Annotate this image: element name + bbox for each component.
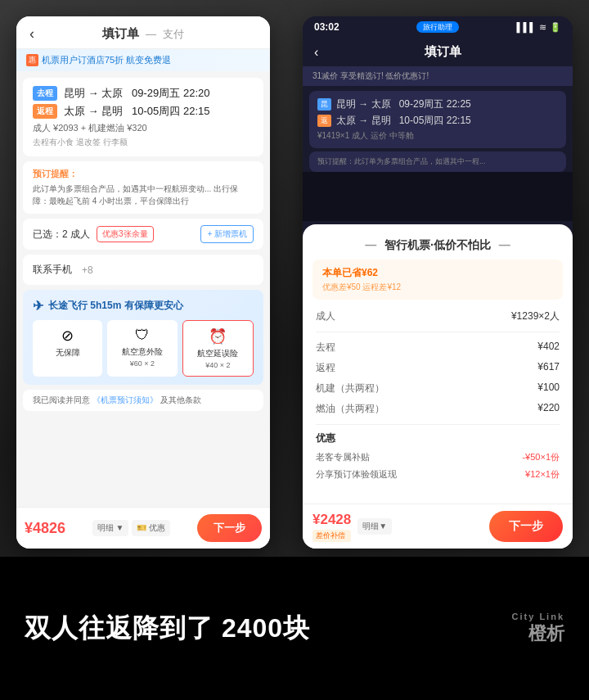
step-divider: — [146, 28, 156, 40]
promo-text: 机票用户订酒店75折 航变免费退 [42, 54, 171, 66]
left-phone-header: ‹ 填订单 — 支付 [16, 16, 270, 49]
title-steps: 填订单 — 支付 [102, 26, 184, 42]
insurance-opt-accident[interactable]: 🛡 航空意外险 ¥60 × 2 [107, 320, 177, 377]
discount-label-1: 老客专属补贴 [316, 451, 370, 463]
popup-deco-left: — [365, 238, 376, 251]
bottom-text-bar: 双人往返降到了 2400块 City Link 橙析 [0, 557, 589, 700]
right-status-bar: 03:02 旅行助理 ▌▌▌ ≋ 🔋 [303, 16, 573, 38]
return-price-row: 返程 ¥617 [316, 358, 560, 378]
insurance-title: ✈ 长途飞行 5h15m 有保障更安心 [33, 298, 254, 314]
right-return-route: 太原 → 昆明 10-05周四 22:15 [336, 114, 471, 128]
outbound-row: 去程 昆明 → 太原 09-29周五 22:20 [33, 86, 254, 101]
right-bottom-bar: ¥2428 差价补偿 明细▼ 下一步 [303, 504, 573, 549]
watermark-text: 橙析 [528, 623, 564, 644]
airport-tax-label: 机建（共两程） [316, 382, 384, 395]
notice-title: 预订提醒： [33, 168, 254, 180]
popup-deco-right: — [499, 238, 510, 251]
right-promo: 31减价 享受精选订! 低价优惠订! [303, 66, 573, 86]
return-row: 返程 太原 → 昆明 10-05周四 22:15 [33, 104, 254, 119]
fuel-tax-value: ¥220 [537, 402, 560, 416]
fuel-tax-row: 燃油（共两程） ¥220 [316, 399, 560, 419]
add-machine-button[interactable]: + 新增票机 [200, 225, 254, 243]
right-outbound-tag: 昆 [317, 98, 331, 111]
flight-price: 成人 ¥2093 + 机建燃油 ¥320 [33, 122, 254, 134]
right-price-sub: ¥1419×1 成人 运价 中等舱 [317, 130, 558, 142]
popup-title: — 智行机票·低价不怕比 — [360, 238, 515, 251]
popup-card: — 智行机票·低价不怕比 — 本单已省¥62 优惠差¥50 运程差¥12 成人 … [303, 224, 573, 549]
status-time: 03:02 [314, 21, 339, 33]
terms-text: 我已阅读并同意 [33, 395, 92, 404]
right-phone: 03:02 旅行助理 ▌▌▌ ≋ 🔋 ‹ 填订单 31减价 享受精选订! 低价优… [303, 16, 573, 549]
terms-suffix: 及其他条款 [160, 395, 201, 404]
insurance-options: ⊘ 无保障 🛡 航空意外险 ¥60 × 2 ⏰ 航空延误险 ¥40 × 2 [33, 320, 254, 377]
right-title: 填订单 [325, 44, 561, 60]
accident-price: ¥60 × 2 [112, 359, 172, 368]
status-icons: ▌▌▌ ≋ 🔋 [517, 22, 561, 33]
discount-label-2: 分享预订体验领返现 [316, 468, 397, 481]
coupon-button[interactable]: 明细 ▼ [92, 520, 129, 536]
discount-value-2: ¥12×1份 [525, 468, 560, 481]
right-total-price: ¥2428 [312, 512, 351, 528]
total-price: ¥4826 [25, 520, 65, 537]
popup-title-text: 智行机票·低价不怕比 [384, 238, 491, 251]
city-link-label: City Link [512, 612, 564, 621]
price-breakdown: 成人 ¥1239×2人 去程 ¥402 返程 ¥617 机建（共两程） ¥100 [303, 306, 573, 483]
popup-header: — 智行机票·低价不怕比 — [303, 224, 573, 260]
right-return-tag: 返 [317, 115, 331, 127]
promo-icon: 惠 [26, 54, 38, 66]
watermark-area: City Link 橙析 [512, 612, 564, 646]
discount-icon[interactable]: 🎫 优惠 [132, 520, 170, 536]
insurance-opt-delay[interactable]: ⏰ 航空延误险 ¥40 × 2 [182, 320, 254, 377]
contact-label: 联系手机 [33, 263, 82, 277]
adult-label: 成人 [316, 309, 335, 323]
divider1 [316, 332, 560, 332]
price-badge: 差价补偿 [312, 530, 351, 542]
right-price-area: ¥2428 差价补偿 [312, 512, 351, 542]
selected-badge[interactable]: 优惠3张余量 [97, 226, 154, 242]
contact-input[interactable] [82, 264, 254, 276]
terms-row: 我已阅读并同意 《机票预订须知》 及其他条款 [23, 390, 263, 411]
flight-extras: 去程有小食 退改签 行李额 [33, 137, 254, 148]
outbound-price-value: ¥402 [537, 341, 560, 355]
right-outbound-route: 昆明 → 太原 09-29周五 22:25 [336, 97, 471, 111]
insurance-opt-none[interactable]: ⊘ 无保障 [33, 320, 102, 377]
right-detail-button[interactable]: 明细▼ [357, 518, 392, 535]
adult-section: 成人 ¥1239×2人 [316, 306, 560, 327]
adult-value: ¥1239×2人 [511, 309, 560, 323]
selected-label: 已选：2 成人 [33, 228, 90, 242]
outbound-route: 昆明 → 太原 09-29周五 22:20 [64, 86, 209, 101]
outbound-tag: 去程 [33, 86, 57, 101]
airport-tax-value: ¥100 [537, 382, 560, 395]
delay-icon: ⏰ [188, 327, 248, 345]
savings-text: 本单已省¥62 [322, 266, 401, 280]
left-back-icon[interactable]: ‹ [29, 25, 34, 43]
right-content-dark: 31减价 享受精选订! 低价优惠订! 昆 昆明 → 太原 09-29周五 22:… [303, 66, 573, 178]
airport-tax-row: 机建（共两程） ¥100 [316, 378, 560, 399]
return-tag: 返程 [33, 104, 57, 119]
no-insurance-label: 无保障 [38, 347, 97, 359]
step2-label: 支付 [163, 27, 184, 42]
next-step-button[interactable]: 下一步 [197, 514, 262, 542]
right-back-icon[interactable]: ‹ [314, 45, 318, 60]
fuel-tax-label: 燃油（共两程） [316, 402, 384, 416]
terms-link[interactable]: 《机票预订须知》 [92, 395, 158, 404]
return-price-label: 返程 [316, 361, 335, 375]
right-notice: 预订提醒：此订单为多票组合产品，如遇其中一程... [309, 151, 566, 172]
outbound-price-row: 去程 ¥402 [316, 337, 560, 358]
return-route: 太原 → 昆明 10-05周四 22:15 [64, 104, 209, 119]
return-price-value: ¥617 [537, 361, 560, 375]
main-caption: 双人往返降到了 2400块 [25, 611, 310, 647]
notice-card: 预订提醒： 此订单为多票组合产品，如遇其中一程航班变动... 出行保障：最晚起飞… [23, 161, 263, 214]
right-next-button[interactable]: 下一步 [489, 511, 563, 542]
right-outbound-row: 昆 昆明 → 太原 09-29周五 22:25 [317, 97, 558, 111]
wifi-icon: ≋ [539, 22, 546, 33]
discount-row-2: 分享预订体验领返现 ¥12×1份 [316, 466, 560, 483]
discount-section-title: 优惠 [316, 431, 560, 445]
delay-label: 航空延误险 [188, 348, 248, 359]
discount-value-1: -¥50×1份 [522, 451, 560, 463]
step1-label: 填订单 [102, 26, 139, 42]
left-bottom-bar: ¥4826 明细 ▼ 🎫 优惠 下一步 [16, 507, 270, 549]
notice-text: 此订单为多票组合产品，如遇其中一程航班变动... 出行保障：最晚起飞前 4 小时… [33, 183, 254, 207]
savings-detail: 优惠差¥50 运程差¥12 [322, 282, 401, 293]
right-return-row: 返 太原 → 昆明 10-05周四 22:15 [317, 114, 558, 128]
